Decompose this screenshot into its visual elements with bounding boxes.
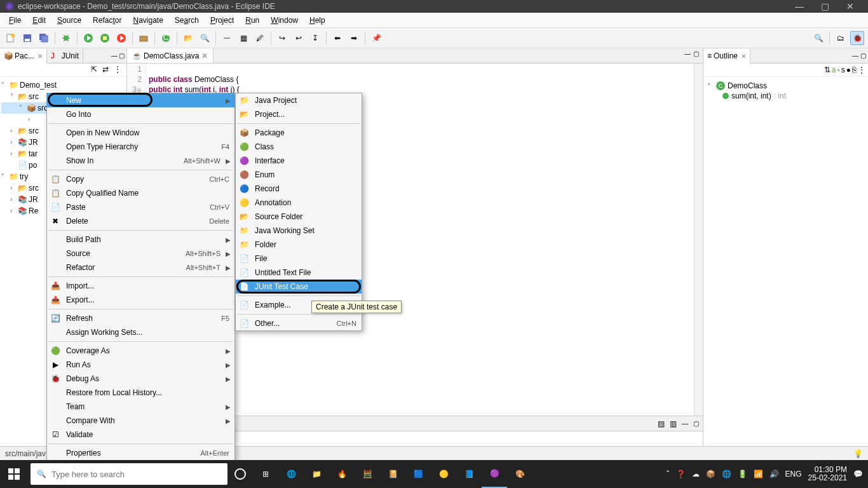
- tree-project[interactable]: ˅📁 Demo_test: [1, 79, 125, 91]
- next-ann-icon[interactable]: ↪: [275, 31, 289, 45]
- close-button[interactable]: ✕: [837, 1, 863, 11]
- tray-notifications-icon[interactable]: 💬: [853, 470, 863, 478]
- app-icon[interactable]: 🎨: [507, 460, 532, 488]
- new-item-project-[interactable]: 📂Project...: [236, 107, 362, 121]
- ctx-item-refresh[interactable]: 🔄RefreshF5: [47, 311, 234, 325]
- tray-dropbox-icon[interactable]: 📦: [706, 470, 715, 478]
- tip-icon[interactable]: 💡: [853, 449, 863, 458]
- start-button[interactable]: [0, 460, 28, 488]
- close-icon[interactable]: ✕: [201, 51, 208, 60]
- ctx-item-run-as[interactable]: ▶Run As▶: [47, 358, 234, 372]
- tray-chevron-icon[interactable]: ˄: [666, 470, 670, 478]
- outline-method[interactable]: sum(int, int) : int: [707, 91, 864, 101]
- run-last-icon[interactable]: [114, 31, 128, 45]
- ie-icon[interactable]: 🌐: [278, 460, 304, 488]
- view-menu-icon[interactable]: ⋮: [114, 65, 124, 75]
- menu-navigate[interactable]: Navigate: [128, 15, 168, 26]
- new-item-enum[interactable]: 🟤Enum: [236, 168, 362, 182]
- edge-icon[interactable]: 🟦: [405, 460, 431, 488]
- ctx-item-properties[interactable]: PropertiesAlt+Enter: [47, 446, 234, 460]
- menu-source[interactable]: Source: [52, 15, 86, 26]
- tab-outline[interactable]: ≡ Outline ✕: [703, 49, 750, 64]
- run-icon[interactable]: [81, 31, 95, 45]
- perspective-java-icon[interactable]: 🗂: [834, 31, 848, 45]
- tray-clock[interactable]: 01:30 PM 25-02-2021: [808, 466, 847, 482]
- fwd-icon[interactable]: ➡: [347, 31, 361, 45]
- ctx-item-debug-as[interactable]: 🐞Debug As▶: [47, 372, 234, 386]
- new-pkg-icon[interactable]: [137, 31, 151, 45]
- block-icon[interactable]: ▦: [236, 31, 250, 45]
- ctx-item-export-[interactable]: 📤Export...: [47, 293, 234, 307]
- ctx-item-validate[interactable]: ☑Validate: [47, 428, 234, 442]
- menu-refactor[interactable]: Refactor: [88, 15, 126, 26]
- console-min-icon[interactable]: —: [682, 420, 688, 427]
- new-item-source-folder[interactable]: 📂Source Folder: [236, 210, 362, 224]
- new-item-folder[interactable]: 📁Folder: [236, 238, 362, 252]
- new-item-package[interactable]: 📦Package: [236, 126, 362, 140]
- outline-class[interactable]: ˅CDemoClass: [707, 81, 864, 91]
- quick-access-icon[interactable]: 🔍: [811, 31, 825, 45]
- ctx-item-build-path[interactable]: Build Path▶: [47, 233, 234, 247]
- app-icon[interactable]: 🔥: [329, 460, 355, 488]
- pin-icon[interactable]: 📌: [369, 31, 383, 45]
- link-editor-icon[interactable]: ⇄: [102, 65, 112, 75]
- ctx-item-delete[interactable]: ✖DeleteDelete: [47, 214, 234, 228]
- new-class-icon[interactable]: C: [159, 31, 173, 45]
- ctx-item-assign-working-sets-[interactable]: Assign Working Sets...: [47, 325, 234, 339]
- perspective-debug-icon[interactable]: 🐞: [850, 31, 864, 45]
- last-edit-icon[interactable]: ↧: [308, 31, 322, 45]
- maximize-editor-icon[interactable]: ▢: [693, 50, 699, 61]
- menu-run[interactable]: Run: [240, 15, 264, 26]
- maximize-view-icon[interactable]: ▢: [119, 52, 125, 59]
- hide-local-icon[interactable]: ⎘: [852, 65, 857, 74]
- ctx-item-compare-with[interactable]: Compare With▶: [47, 414, 234, 428]
- menu-search[interactable]: Search: [170, 15, 204, 26]
- tray-wifi-icon[interactable]: 📶: [754, 470, 763, 478]
- new-item-java-working-set[interactable]: 📁Java Working Set: [236, 224, 362, 238]
- close-icon[interactable]: ✕: [741, 53, 746, 60]
- new-item-file[interactable]: 📄File: [236, 252, 362, 266]
- ctx-item-restore-from-local-history-[interactable]: Restore from Local History...: [47, 386, 234, 400]
- menu-project[interactable]: Project: [205, 15, 239, 26]
- new-icon[interactable]: [4, 31, 18, 45]
- ctx-item-source[interactable]: SourceAlt+Shift+S▶: [47, 247, 234, 261]
- hide-nonpublic-icon[interactable]: ●: [846, 65, 851, 74]
- menu-file[interactable]: File: [4, 15, 26, 26]
- new-item-class[interactable]: 🟢Class: [236, 140, 362, 154]
- search-icon[interactable]: 🔍: [198, 31, 212, 45]
- word-icon[interactable]: 📘: [456, 460, 482, 488]
- eclipse-taskbar-icon[interactable]: 🟣: [482, 460, 507, 488]
- ctx-item-open-in-new-window[interactable]: Open in New Window: [47, 126, 234, 140]
- console-btn[interactable]: ▤: [658, 419, 665, 428]
- menu-edit[interactable]: Edit: [27, 15, 51, 26]
- new-item-java-project[interactable]: 📁Java Project: [236, 93, 362, 107]
- minimize-editor-icon[interactable]: —: [684, 50, 691, 61]
- ctx-item-coverage-as[interactable]: 🟢Coverage As▶: [47, 344, 234, 358]
- tray-battery-icon[interactable]: 🔋: [738, 470, 747, 478]
- search-input[interactable]: [51, 470, 221, 479]
- editor-tab-democlass[interactable]: ☕ DemoClass.java ✕: [127, 48, 214, 63]
- new-item-interface[interactable]: 🟣Interface: [236, 154, 362, 168]
- chrome-icon[interactable]: 🟡: [431, 460, 456, 488]
- cortana-icon[interactable]: [227, 460, 253, 488]
- back-icon[interactable]: ⬅: [330, 31, 344, 45]
- view-menu-icon[interactable]: ⋮: [858, 65, 865, 74]
- sort-icon[interactable]: ⇅: [824, 65, 831, 74]
- console-btn[interactable]: ▥: [670, 419, 677, 428]
- menu-help[interactable]: Help: [304, 15, 330, 26]
- app-icon[interactable]: 📔: [380, 460, 405, 488]
- console-max-icon[interactable]: ▢: [693, 420, 699, 427]
- close-icon[interactable]: ✕: [37, 53, 43, 60]
- overview-ruler[interactable]: [694, 64, 703, 416]
- debug-icon[interactable]: [59, 31, 73, 45]
- minimize-view-icon[interactable]: —: [852, 52, 858, 59]
- ctx-item-open-type-hierarchy[interactable]: Open Type HierarchyF4: [47, 140, 234, 154]
- hide-fields-icon[interactable]: ◦: [837, 65, 839, 74]
- collapse-all-icon[interactable]: ⇱: [91, 65, 101, 75]
- annotation-nav-icon[interactable]: 🖉: [253, 31, 267, 45]
- maximize-view-icon[interactable]: ▢: [860, 52, 866, 59]
- toggle-comment-icon[interactable]: [220, 31, 234, 45]
- save-all-icon[interactable]: [37, 31, 51, 45]
- new-item-untitled-text-file[interactable]: 📄Untitled Text File: [236, 266, 362, 280]
- coverage-icon[interactable]: [98, 31, 112, 45]
